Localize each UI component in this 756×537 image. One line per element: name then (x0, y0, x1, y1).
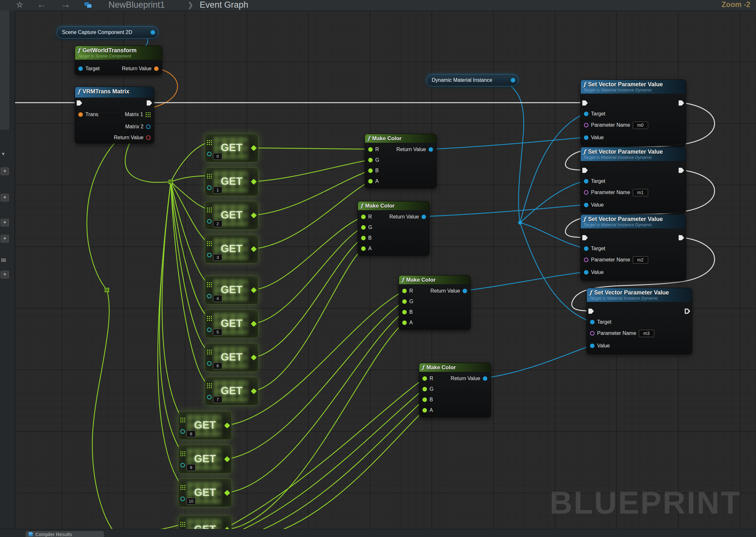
index-value[interactable]: 5 (213, 329, 222, 336)
object-output-pin[interactable] (511, 78, 515, 82)
index-value[interactable]: 0 (213, 153, 222, 160)
get-array-node-5[interactable]: 5 GET (205, 310, 258, 338)
back-icon[interactable]: ← (37, 0, 47, 10)
index-value[interactable]: 9 (187, 464, 196, 471)
parameter-name-value[interactable]: m2 (633, 256, 648, 264)
index-input-pin[interactable] (207, 361, 211, 366)
parameter-name-pin[interactable] (584, 123, 589, 127)
element-output-pin[interactable] (224, 423, 230, 428)
get-array-node-7[interactable]: 7 GET (205, 377, 258, 405)
target-input-pin[interactable] (584, 112, 589, 116)
parameter-name-pin[interactable] (584, 190, 589, 195)
index-value[interactable]: 3 (213, 254, 222, 261)
return-value-pin[interactable] (154, 66, 158, 71)
forward-icon[interactable]: → (60, 0, 70, 10)
array-input-pin[interactable] (180, 451, 185, 456)
index-value[interactable]: 6 (213, 362, 222, 369)
return-value-pin[interactable] (428, 147, 433, 152)
element-output-pin[interactable] (251, 179, 256, 185)
b-input-pin[interactable] (368, 168, 373, 173)
target-input-pin[interactable] (78, 66, 83, 71)
element-output-pin[interactable] (224, 490, 230, 496)
target-input-pin[interactable] (584, 246, 589, 251)
get-array-node-8[interactable]: 8 GET (178, 411, 232, 440)
node-header[interactable]: ƒSet Vector Parameter Value Target is Ma… (581, 147, 686, 161)
exec-in-pin[interactable] (589, 309, 594, 314)
index-input-pin[interactable] (207, 152, 211, 156)
index-input-pin[interactable] (207, 328, 211, 332)
array-input-pin[interactable] (207, 383, 212, 388)
index-input-pin[interactable] (180, 497, 185, 501)
a-input-pin[interactable] (361, 246, 366, 251)
get-array-node-4[interactable]: 4 GET (205, 276, 258, 305)
node-header[interactable]: ƒMake Color (399, 275, 470, 284)
favorite-star-icon[interactable]: ☆ (16, 0, 23, 9)
return-value-pin[interactable] (483, 376, 487, 381)
array-input-pin[interactable] (180, 418, 185, 423)
node-header[interactable]: ƒMake Color (358, 201, 429, 210)
make-color-node-2[interactable]: ƒMake Color R Return Value G B A (399, 275, 470, 330)
parameter-name-value[interactable]: m3 (639, 330, 654, 337)
index-input-pin[interactable] (207, 294, 211, 298)
compiler-results-tab[interactable]: Compiler Results (25, 531, 104, 537)
vrmtrans-matrix-node[interactable]: ƒVRMTrans Matrix Trans Matrix 1 Matrix 2… (75, 87, 154, 144)
element-output-pin[interactable] (251, 246, 256, 252)
index-input-pin[interactable] (207, 219, 211, 224)
set-vector-parameter-node-2[interactable]: ƒSet Vector Parameter Value Target is Ma… (580, 214, 686, 281)
array-input-pin[interactable] (207, 208, 212, 212)
event-graph-canvas[interactable]: BLUEPRINT (0, 0, 756, 537)
index-value[interactable]: 4 (213, 295, 222, 302)
chevron-down-icon[interactable]: ▾ (2, 151, 5, 157)
b-input-pin[interactable] (402, 310, 407, 314)
index-value[interactable]: 10 (187, 498, 196, 505)
r-input-pin[interactable] (361, 215, 366, 219)
value-input-pin[interactable] (584, 203, 589, 207)
breadcrumb-blueprint-name[interactable]: NewBlueprint1 (109, 0, 165, 10)
node-header[interactable]: ƒSet Vector Parameter Value Target is Ma… (581, 215, 686, 228)
value-input-pin[interactable] (590, 344, 595, 348)
array-input-pin[interactable] (207, 350, 212, 354)
index-input-pin[interactable] (207, 253, 211, 257)
add-button-1[interactable]: + (1, 167, 9, 175)
array-input-pin[interactable] (180, 485, 185, 490)
index-input-pin[interactable] (180, 429, 185, 434)
exec-in-pin[interactable] (77, 101, 82, 105)
array-input-pin[interactable] (207, 282, 212, 287)
exec-out-pin[interactable] (679, 235, 684, 240)
g-input-pin[interactable] (361, 225, 366, 230)
set-vector-parameter-node-3[interactable]: ƒSet Vector Parameter Value Target is Ma… (587, 288, 692, 354)
get-array-node-2[interactable]: 2 GET (205, 201, 258, 230)
get-world-transform-node[interactable]: ƒGetWorldTransform Target is Scene Compo… (75, 46, 162, 75)
get-array-node-3[interactable]: 3 GET (205, 235, 258, 263)
variable-node-scene-capture[interactable]: Scene Capture Component 2D (57, 26, 158, 38)
array-input-pin[interactable] (207, 316, 212, 321)
b-input-pin[interactable] (422, 397, 427, 402)
parameter-name-pin[interactable] (584, 258, 589, 262)
get-array-node-6[interactable]: 6 GET (205, 343, 258, 372)
set-vector-parameter-node-0[interactable]: ƒSet Vector Parameter Value Target is Ma… (580, 80, 686, 146)
index-input-pin[interactable] (207, 395, 211, 399)
variable-node-dynamic-material[interactable]: Dynamic Material Instance (426, 74, 518, 86)
exec-out-pin[interactable] (685, 309, 690, 314)
exec-in-pin[interactable] (582, 101, 588, 105)
exec-out-pin[interactable] (147, 101, 152, 105)
g-input-pin[interactable] (402, 299, 407, 304)
g-input-pin[interactable] (368, 158, 373, 162)
index-value[interactable]: 8 (187, 431, 196, 437)
array-input-pin[interactable] (207, 241, 212, 246)
node-header[interactable]: ƒSet Vector Parameter Value Target is Ma… (587, 288, 692, 302)
node-header[interactable]: ƒMake Color (419, 363, 491, 372)
r-input-pin[interactable] (368, 147, 373, 152)
index-input-pin[interactable] (180, 463, 185, 467)
b-input-pin[interactable] (361, 236, 366, 240)
node-header[interactable]: ƒVRMTrans Matrix (75, 87, 154, 98)
element-output-pin[interactable] (251, 145, 256, 151)
index-value[interactable]: 1 (213, 187, 222, 193)
object-output-pin[interactable] (151, 30, 155, 35)
return-value-pin[interactable] (422, 215, 426, 219)
parameter-name-value[interactable]: m1 (633, 189, 648, 196)
a-input-pin[interactable] (368, 179, 373, 184)
return-value-pin[interactable] (463, 289, 467, 293)
index-value[interactable]: 2 (213, 220, 222, 227)
add-button-3[interactable]: + (1, 219, 9, 227)
